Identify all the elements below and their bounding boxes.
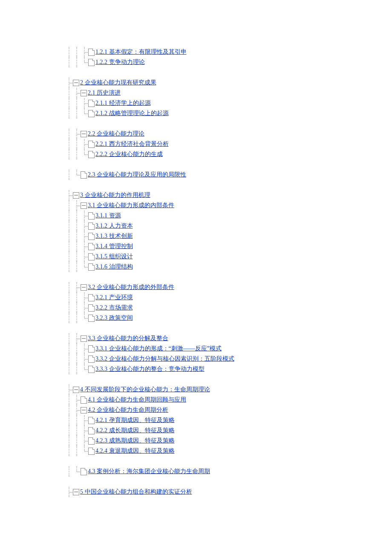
tree-line — [73, 354, 81, 364]
toc-row: 3.3.1 企业核心能力的形成：“刺激——反应”模式 — [65, 344, 392, 354]
toc-link[interactable]: 3.3.3 企业核心能力的整合：竞争动力模型 — [95, 364, 205, 374]
toc-spacer — [65, 374, 392, 384]
toc-link[interactable]: 3.1.4 管理控制 — [95, 241, 133, 251]
toc-link[interactable]: 3.3.1 企业核心能力的形成：“刺激——反应”模式 — [95, 344, 222, 354]
page-icon — [88, 356, 95, 363]
tree-connector — [73, 129, 81, 139]
toc-link[interactable]: 4.2.3 成熟期成因、特征及策略 — [95, 436, 175, 446]
toc-spacer — [65, 180, 392, 190]
page-icon — [81, 468, 87, 475]
tree-line — [65, 47, 73, 57]
tree-line — [65, 129, 73, 139]
collapse-icon[interactable] — [73, 489, 79, 495]
tree-line — [65, 354, 73, 364]
toc-row: 2.3 企业核心能力理论及应用的局限性 — [65, 170, 392, 180]
tree-line — [73, 231, 81, 241]
toc-link[interactable]: 2.2.2 企业核心能力的生成 — [95, 149, 163, 159]
toc-link[interactable]: 2.2 企业核心能力理论 — [88, 129, 144, 139]
tree-line — [73, 262, 81, 272]
collapse-icon[interactable] — [81, 202, 87, 209]
tree-line — [65, 333, 73, 344]
tree-connector — [81, 425, 88, 436]
toc-row: 4.3 案例分析：海尔集团企业核心能力生命周期 — [65, 466, 392, 477]
toc-row: 3.2.3 政策空间 — [65, 313, 392, 323]
page-icon — [88, 141, 95, 148]
collapse-icon[interactable] — [73, 192, 79, 199]
collapse-icon[interactable] — [73, 387, 79, 393]
toc-link[interactable]: 2.1.2 战略管理理论上的起源 — [95, 108, 169, 119]
tree-line — [65, 108, 73, 119]
tree-connector — [81, 262, 88, 272]
page-icon — [88, 223, 95, 230]
toc-row: 3.1.6 治理结构 — [65, 262, 392, 272]
collapse-icon[interactable] — [81, 131, 87, 137]
tree-line — [73, 425, 81, 436]
tree-connector — [73, 88, 81, 98]
toc-link[interactable]: 4.2.4 衰退期成因、特征及策略 — [95, 446, 175, 456]
toc-link[interactable]: 2 企业核心能力现有研究成果 — [80, 78, 156, 88]
tree-line — [65, 262, 73, 272]
toc-link[interactable]: 3.1.1 资源 — [95, 211, 121, 221]
toc-link[interactable]: 3.3.2 企业核心能力分解与核心因素识别：五阶段模式 — [95, 354, 234, 364]
toc-link[interactable]: 4 不同发展阶段下的企业核心能力：生命周期理论 — [80, 384, 210, 395]
toc-link[interactable]: 3.2 企业核心能力形成的外部条件 — [88, 282, 174, 292]
toc-link[interactable]: 4.2.2 成长期成因、特征及策略 — [95, 425, 175, 436]
toc-link[interactable]: 3.2.3 政策空间 — [95, 313, 133, 323]
toc-link[interactable]: 3.1.5 组织设计 — [95, 251, 133, 262]
toc-link[interactable]: 2.1 历史演进 — [88, 88, 121, 98]
tree-line — [73, 251, 81, 262]
collapse-icon[interactable] — [81, 407, 87, 413]
toc-link[interactable]: 1.2.1 基本假定：有限理性及其引申 — [95, 47, 187, 57]
toc-row: 3.1.1 资源 — [65, 211, 392, 221]
collapse-icon[interactable] — [81, 284, 87, 291]
tree-line — [65, 139, 73, 149]
tree-line — [73, 139, 81, 149]
tree-connector — [81, 98, 88, 108]
toc-link[interactable]: 4.2.1 孕育期成因、特征及策略 — [95, 415, 175, 425]
tree-connector — [73, 282, 81, 292]
toc-link[interactable]: 4.2 企业核心能力生命周期分析 — [88, 405, 168, 415]
tree-connector — [65, 487, 73, 497]
toc-spacer — [65, 272, 392, 282]
collapse-icon[interactable] — [81, 90, 87, 96]
toc-link[interactable]: 2.2.1 西方经济社会背景分析 — [95, 139, 169, 149]
toc-spacer — [65, 323, 392, 333]
toc-link[interactable]: 3.3 企业核心能力的分解及整合 — [88, 333, 168, 344]
toc-link[interactable]: 1.2.2 竞争动力理论 — [95, 57, 145, 67]
toc-row: 1.2.1 基本假定：有限理性及其引申 — [65, 47, 392, 57]
toc-link[interactable]: 3.2.2 市场需求 — [95, 303, 133, 313]
tree-connector — [81, 211, 88, 221]
toc-link[interactable]: 3.1.2 人力资本 — [95, 221, 133, 231]
toc-row: 4 不同发展阶段下的企业核心能力：生命周期理论 — [65, 384, 392, 395]
toc-row: 4.2.4 衰退期成因、特征及策略 — [65, 446, 392, 456]
toc-link[interactable]: 5 中国企业核心能力组合和构建的实证分析 — [80, 487, 192, 497]
tree-line — [65, 231, 73, 241]
toc-link[interactable]: 4.3 案例分析：海尔集团企业核心能力生命周期 — [88, 466, 210, 477]
toc-link[interactable]: 3.1.6 治理结构 — [95, 262, 133, 272]
page-icon — [88, 294, 95, 301]
tree-line — [73, 241, 81, 251]
toc-link[interactable]: 2.3 企业核心能力理论及应用的局限性 — [88, 170, 186, 180]
tree-connector — [81, 446, 88, 456]
tree-line — [73, 149, 81, 159]
toc-spacer — [65, 477, 392, 487]
toc-link[interactable]: 3.2.1 产业环境 — [95, 292, 133, 303]
page-icon — [88, 100, 95, 107]
toc-row: 2.1 历史演进 — [65, 88, 392, 98]
tree-connector — [81, 251, 88, 262]
toc-link[interactable]: 3.1.3 技术创新 — [95, 231, 133, 241]
toc-link[interactable]: 4.1 企业核心能力生命周期回顾与应用 — [88, 395, 186, 405]
collapse-icon[interactable] — [81, 335, 87, 342]
toc-link[interactable]: 3 企业核心能力的作用机理 — [80, 190, 150, 200]
toc-tree: 1.2.1 基本假定：有限理性及其引申1.2.2 竞争动力理论2 企业核心能力现… — [65, 47, 392, 497]
tree-connector — [81, 436, 88, 446]
collapse-icon[interactable] — [73, 80, 79, 86]
tree-connector — [81, 364, 88, 374]
tree-line — [73, 57, 81, 67]
toc-row: 2.2 企业核心能力理论 — [65, 129, 392, 139]
tree-line — [65, 395, 73, 405]
toc-link[interactable]: 3.1 企业核心能力形成的内部条件 — [88, 200, 174, 211]
page-icon — [88, 243, 95, 250]
tree-line — [73, 436, 81, 446]
toc-link[interactable]: 2.1.1 经济学上的起源 — [95, 98, 151, 108]
